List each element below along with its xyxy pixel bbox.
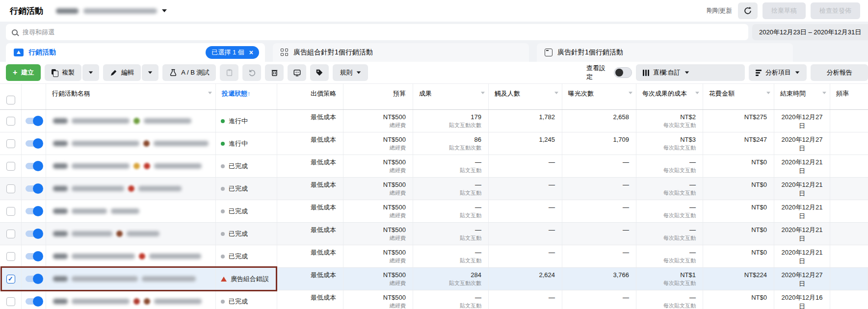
discard-draft-button[interactable]: 捨棄草稿 <box>763 2 806 19</box>
header-frequency[interactable]: 頻率 <box>830 84 868 109</box>
refresh-button[interactable] <box>738 2 758 19</box>
selected-count-badge[interactable]: 已選擇 1 個 × <box>206 46 259 59</box>
toggle-knob <box>33 296 43 307</box>
blurred-name-prefix <box>53 118 68 124</box>
row-checkbox[interactable]: ✓ <box>6 275 15 283</box>
view-settings-toggle[interactable] <box>614 67 632 78</box>
delivery-status-text: 已完成 <box>229 230 248 238</box>
tab-adsets[interactable]: 廣告組合針對1個行銷活動 <box>273 43 529 62</box>
campaign-active-toggle[interactable] <box>26 163 42 169</box>
columns-button[interactable]: 直欄:自訂 <box>636 64 745 81</box>
row-checkbox[interactable] <box>6 162 15 171</box>
campaign-name-redacted[interactable] <box>53 185 182 192</box>
header-cost-per-result[interactable]: 每次成果的成本 <box>636 84 703 109</box>
header-results[interactable]: 成果 <box>413 84 489 109</box>
campaign-active-toggle[interactable] <box>26 140 42 147</box>
cell-value: — <box>489 293 555 302</box>
cell-sublabel: 貼文互動 <box>413 234 481 242</box>
cell-cost-per-result: NT$2每次貼文互動 <box>636 110 703 132</box>
undo-button[interactable] <box>242 64 261 81</box>
campaign-active-toggle[interactable] <box>26 298 42 305</box>
edit-button[interactable]: 編輯 <box>103 64 141 81</box>
row-checkbox[interactable] <box>6 184 15 193</box>
tab-campaigns[interactable]: 行銷活動 已選擇 1 個 × <box>6 43 265 62</box>
edit-dropdown-button[interactable] <box>142 64 158 81</box>
table-row: 已完成最低成本NT$500總經費—貼文互動———每次貼文互動NT$02020年1… <box>0 223 868 245</box>
delete-button[interactable] <box>265 64 284 81</box>
cell-value: NT$500 <box>343 135 406 144</box>
create-button[interactable]: + 建立 <box>6 64 41 81</box>
campaign-name-redacted[interactable] <box>53 231 159 237</box>
campaign-active-toggle[interactable] <box>26 208 42 214</box>
tag-button[interactable] <box>310 64 329 81</box>
rules-button[interactable]: 規則 <box>333 64 368 81</box>
row-checkbox[interactable] <box>6 230 15 238</box>
export-button[interactable] <box>288 64 306 81</box>
cell-sublabel: 總經費 <box>343 212 406 219</box>
header-reach[interactable]: 觸及人數 <box>489 84 562 109</box>
review-publish-button[interactable]: 檢查並發佈 <box>811 2 860 19</box>
campaign-name-redacted[interactable] <box>53 253 201 259</box>
cell-value: 最低成本 <box>277 203 336 212</box>
row-checkbox[interactable] <box>6 297 15 306</box>
cell-value: — <box>413 293 481 302</box>
cell-delivery-status: 已完成 <box>216 200 277 222</box>
cell-sublabel: 貼文互動 <box>413 167 481 174</box>
row-checkbox[interactable] <box>6 139 15 148</box>
columns-label: 直欄:自訂 <box>653 68 681 77</box>
duplicate-dropdown-button[interactable] <box>82 64 99 81</box>
campaign-name-redacted[interactable] <box>53 276 196 282</box>
cell-value: 2020年12月21日 <box>779 203 825 221</box>
cell-amount-spent: NT$0 <box>703 200 774 222</box>
clear-selection-icon[interactable]: × <box>249 49 253 56</box>
cell-campaign-name <box>46 245 216 267</box>
breakdown-label: 分析項目 <box>765 68 791 77</box>
campaign-active-toggle[interactable] <box>26 231 42 237</box>
delivery-status-text: 已完成 <box>229 297 248 306</box>
row-checkbox[interactable] <box>6 207 15 216</box>
account-selector[interactable] <box>56 8 167 14</box>
row-checkbox[interactable] <box>6 117 15 126</box>
campaign-active-toggle[interactable] <box>26 185 42 192</box>
header-end-time[interactable]: 結束時間 <box>774 84 830 109</box>
campaign-active-toggle[interactable] <box>26 118 42 124</box>
cell-bid-strategy: 最低成本 <box>277 132 343 154</box>
campaign-name-redacted[interactable] <box>53 298 202 305</box>
campaign-name-redacted[interactable] <box>53 118 191 124</box>
sort-asc-icon: ↑ <box>247 90 251 97</box>
date-range-picker[interactable]: 2020年12月23日 – 2020年12月31日 <box>752 24 868 40</box>
campaign-active-toggle[interactable] <box>26 253 42 259</box>
header-amount-spent[interactable]: 花費金額 <box>703 84 774 109</box>
row-checkbox[interactable] <box>6 252 15 261</box>
toggle-knob <box>33 206 43 216</box>
blurred-name-prefix <box>53 186 68 191</box>
paste-button[interactable] <box>220 64 238 81</box>
header-campaign-name[interactable]: 行銷活動名稱 <box>46 84 216 109</box>
cell-sublabel: 總經費 <box>343 189 406 197</box>
tag-icon <box>316 69 323 77</box>
search-input[interactable] <box>23 28 317 36</box>
header-impressions[interactable]: 曝光次數 <box>562 84 636 109</box>
chevron-down-icon <box>357 71 361 74</box>
cell-value: — <box>413 180 481 189</box>
campaign-active-toggle[interactable] <box>26 276 42 282</box>
breakdown-button[interactable]: 分析項目 <box>749 64 807 81</box>
cell-amount-spent: NT$0 <box>703 178 774 200</box>
header-delivery-status[interactable]: 投遞狀態↑ <box>216 84 277 109</box>
campaign-name-redacted[interactable] <box>53 140 209 147</box>
reports-button[interactable]: 分析報告 <box>811 64 868 81</box>
duplicate-button[interactable]: 複製 <box>45 64 81 81</box>
campaign-name-redacted[interactable] <box>53 208 139 214</box>
ab-test-button[interactable]: A / B 測試 <box>162 64 216 81</box>
top-bar: 行銷活動 剛剛更新 捨棄草稿 檢查並發佈 <box>0 0 868 22</box>
campaign-name-redacted[interactable] <box>53 163 202 169</box>
header-bid-strategy[interactable]: 出價策略 <box>277 84 343 109</box>
cell-campaign-name <box>46 110 216 132</box>
header-budget[interactable]: 預算 <box>343 84 413 109</box>
tab-ads[interactable]: 廣告針對1個行銷活動 <box>537 43 793 62</box>
blurred-name-text <box>142 276 196 282</box>
select-all-checkbox[interactable] <box>6 96 15 104</box>
search-bar[interactable] <box>6 24 748 40</box>
completed-dot-icon <box>221 209 225 213</box>
cell-sublabel: 每次貼文互動 <box>636 234 696 242</box>
